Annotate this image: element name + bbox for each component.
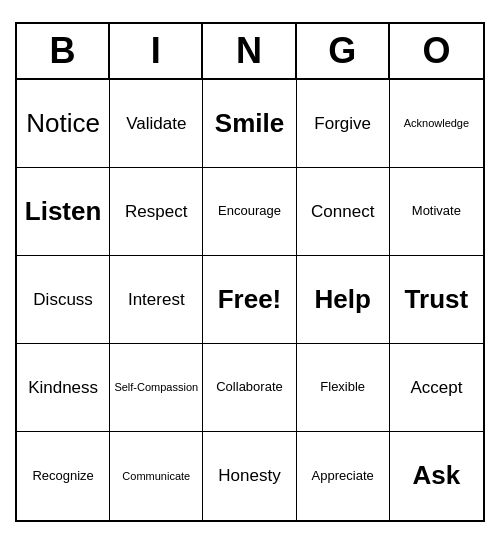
bingo-cell-text-17: Collaborate (216, 380, 283, 395)
bingo-cell-6: Respect (110, 168, 203, 256)
bingo-cell-text-7: Encourage (218, 204, 281, 219)
header-letter-g: G (297, 24, 390, 78)
bingo-cell-14: Trust (390, 256, 483, 344)
bingo-cell-9: Motivate (390, 168, 483, 256)
bingo-cell-0: Notice (17, 80, 110, 168)
header-letter-o: O (390, 24, 483, 78)
bingo-cell-text-24: Ask (413, 461, 461, 491)
bingo-cell-1: Validate (110, 80, 203, 168)
bingo-cell-text-22: Honesty (218, 466, 280, 486)
bingo-cell-text-11: Interest (128, 290, 185, 310)
bingo-cell-text-8: Connect (311, 202, 374, 222)
header-letter-b: B (17, 24, 110, 78)
bingo-cell-text-16: Self-Compassion (114, 381, 198, 394)
bingo-cell-text-12: Free! (218, 285, 282, 315)
bingo-cell-19: Accept (390, 344, 483, 432)
bingo-cell-11: Interest (110, 256, 203, 344)
bingo-cell-4: Acknowledge (390, 80, 483, 168)
bingo-cell-5: Listen (17, 168, 110, 256)
bingo-cell-text-9: Motivate (412, 204, 461, 219)
bingo-cell-20: Recognize (17, 432, 110, 520)
header-letter-n: N (203, 24, 296, 78)
bingo-cell-15: Kindness (17, 344, 110, 432)
bingo-cell-10: Discuss (17, 256, 110, 344)
header-letter-i: I (110, 24, 203, 78)
bingo-cell-18: Flexible (297, 344, 390, 432)
bingo-header: BINGO (17, 24, 483, 80)
bingo-cell-text-5: Listen (25, 197, 102, 227)
bingo-cell-text-18: Flexible (320, 380, 365, 395)
bingo-cell-text-1: Validate (126, 114, 186, 134)
bingo-cell-8: Connect (297, 168, 390, 256)
bingo-cell-24: Ask (390, 432, 483, 520)
bingo-cell-17: Collaborate (203, 344, 296, 432)
bingo-cell-text-3: Forgive (314, 114, 371, 134)
bingo-cell-text-14: Trust (405, 285, 469, 315)
bingo-grid: NoticeValidateSmileForgiveAcknowledgeLis… (17, 80, 483, 520)
bingo-card: BINGO NoticeValidateSmileForgiveAcknowle… (15, 22, 485, 522)
bingo-cell-text-21: Communicate (122, 470, 190, 483)
bingo-cell-23: Appreciate (297, 432, 390, 520)
bingo-cell-13: Help (297, 256, 390, 344)
bingo-cell-text-4: Acknowledge (404, 117, 469, 130)
bingo-cell-3: Forgive (297, 80, 390, 168)
bingo-cell-text-6: Respect (125, 202, 187, 222)
bingo-cell-text-20: Recognize (32, 469, 93, 484)
bingo-cell-16: Self-Compassion (110, 344, 203, 432)
bingo-cell-text-15: Kindness (28, 378, 98, 398)
bingo-cell-12: Free! (203, 256, 296, 344)
bingo-cell-text-10: Discuss (33, 290, 93, 310)
bingo-cell-text-2: Smile (215, 109, 284, 139)
bingo-cell-7: Encourage (203, 168, 296, 256)
bingo-cell-text-13: Help (315, 285, 371, 315)
bingo-cell-text-0: Notice (26, 109, 100, 139)
bingo-cell-text-23: Appreciate (312, 469, 374, 484)
bingo-cell-21: Communicate (110, 432, 203, 520)
bingo-cell-22: Honesty (203, 432, 296, 520)
bingo-cell-text-19: Accept (410, 378, 462, 398)
bingo-cell-2: Smile (203, 80, 296, 168)
